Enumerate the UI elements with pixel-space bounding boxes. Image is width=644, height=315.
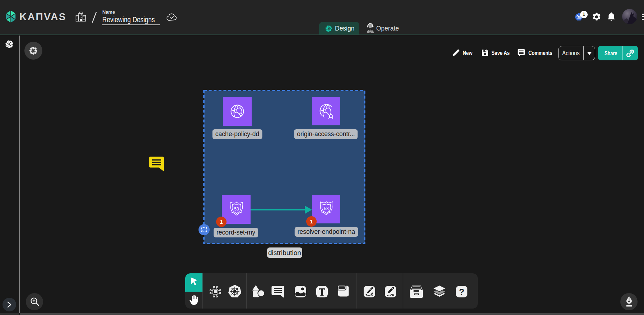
svg-text:53: 53 [234, 207, 239, 212]
svg-text:?: ? [459, 287, 465, 297]
svg-text:53: 53 [324, 206, 329, 211]
